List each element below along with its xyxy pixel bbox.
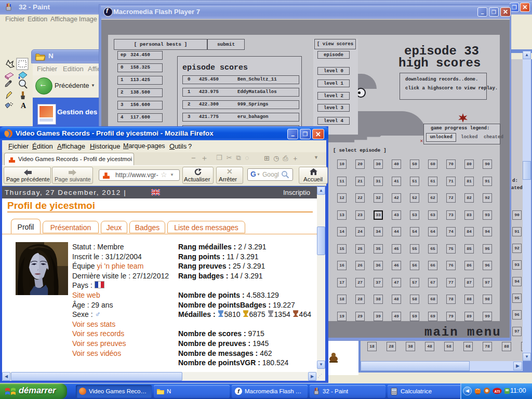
svg-text:A: A	[21, 102, 26, 110]
svg-text:ATI: ATI	[495, 390, 500, 393]
